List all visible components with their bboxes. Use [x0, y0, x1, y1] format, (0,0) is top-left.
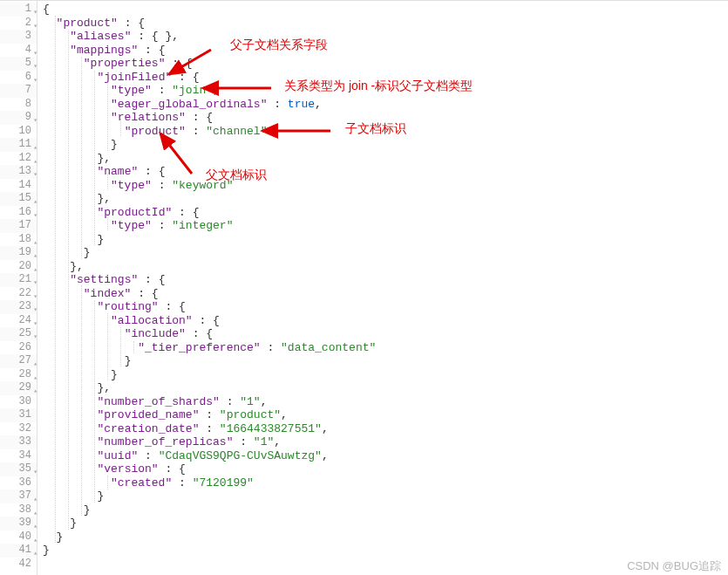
code-line: "number_of_shards" : "1", — [43, 395, 728, 409]
code-editor: 1▾2▾34▾5▾6▾789▾1011▴12▴13▾1415▴16▾1718▴1… — [0, 0, 728, 575]
code-line: "type" : "integer" — [43, 219, 728, 233]
code-line: "creation_date" : "1664433827551", — [43, 422, 728, 436]
code-line: } — [43, 233, 728, 247]
code-line: } — [43, 531, 728, 544]
annotation-child-marker: 子文档标识 — [345, 122, 406, 136]
code-line: "settings" : { — [43, 273, 728, 287]
code-line: { — [43, 3, 728, 17]
code-line — [43, 558, 728, 572]
code-line: } — [43, 517, 728, 531]
code-line: "created" : "7120199" — [43, 476, 728, 490]
code-line: "mappings" : { — [43, 44, 728, 58]
annotation-parent-child-field: 父子文档关系字段 — [230, 38, 328, 52]
code-line: } — [43, 354, 728, 368]
annotation-join-type: 关系类型为 join -标识父子文档类型 — [284, 79, 473, 93]
code-line: } — [43, 544, 728, 558]
line-number-gutter: 1▾2▾34▾5▾6▾789▾1011▴12▴13▾1415▴16▾1718▴1… — [0, 1, 37, 575]
code-line: "provided_name" : "product", — [43, 408, 728, 422]
code-line: } — [43, 503, 728, 517]
code-line: "index" : { — [43, 287, 728, 301]
code-line: "version" : { — [43, 462, 728, 476]
code-line: "name" : { — [43, 165, 728, 179]
code-line: "eager_global_ordinals" : true, — [43, 98, 728, 112]
code-line: "include" : { — [43, 327, 728, 341]
code-line: "productId" : { — [43, 206, 728, 220]
code-line: } — [43, 489, 728, 503]
watermark: CSDN @BUG追踪 — [627, 559, 721, 573]
code-line: "uuid" : "CdaqVGS9QPG-CUvSAuwtzg", — [43, 449, 728, 463]
code-line: }, — [43, 260, 728, 274]
code-line: } — [43, 138, 728, 152]
code-line: "aliases" : { }, — [43, 30, 728, 44]
code-line: "type" : "keyword" — [43, 179, 728, 193]
code-line: "_tier_preference" : "data_content" — [43, 341, 728, 355]
code-line: "routing" : { — [43, 300, 728, 314]
code-line: "number_of_replicas" : "1", — [43, 435, 728, 449]
code-line: } — [43, 246, 728, 260]
code-line: "properties" : { — [43, 57, 728, 71]
code-line: } — [43, 368, 728, 382]
code-line: }, — [43, 152, 728, 166]
code-line: }, — [43, 381, 728, 395]
code-line: "allocation" : { — [43, 314, 728, 328]
annotation-parent-marker: 父文档标识 — [206, 168, 267, 182]
code-line: }, — [43, 192, 728, 206]
code-line: "product" : { — [43, 17, 728, 31]
